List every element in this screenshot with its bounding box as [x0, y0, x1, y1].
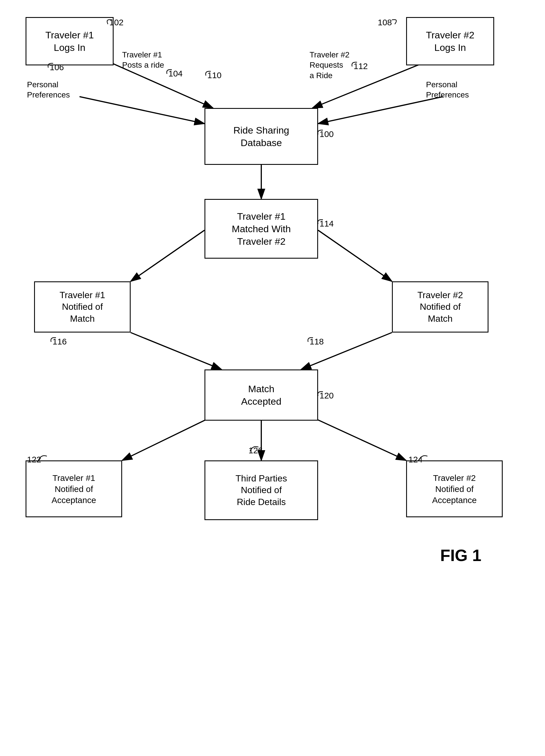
third-parties-label: Third PartiesNotified ofRide Details — [236, 473, 287, 508]
ride-sharing-db-box: Ride SharingDatabase — [205, 108, 318, 165]
ref-124-curve — [417, 452, 432, 462]
ref-102-curve — [97, 16, 114, 26]
third-parties-box: Third PartiesNotified ofRide Details — [205, 460, 318, 520]
ref-122-curve — [37, 452, 51, 462]
t1-posts-label: Traveler #1Posts a ride — [122, 50, 164, 70]
traveler2-login-box: Traveler #2Logs In — [406, 17, 494, 65]
svg-line-4 — [80, 97, 205, 124]
ref-126-curve — [249, 443, 263, 453]
traveler2-login-label: Traveler #2Logs In — [426, 29, 475, 54]
ref-100-curve — [317, 127, 331, 136]
t1-notified-accept-label: Traveler #1Notified ofAcceptance — [52, 472, 96, 506]
match-accepted-box: MatchAccepted — [205, 369, 318, 421]
fig-label: FIG 1 — [440, 546, 481, 565]
t2-notified-match-box: Traveler #2Notified ofMatch — [392, 281, 488, 333]
matched-box: Traveler #1Matched WithTraveler #2 — [205, 199, 318, 259]
svg-line-5 — [318, 97, 443, 124]
t1-notified-accept-box: Traveler #1Notified ofAcceptance — [26, 460, 122, 517]
svg-line-7 — [131, 230, 205, 281]
t1-notified-match-box: Traveler #1Notified ofMatch — [34, 281, 131, 333]
t2-notified-accept-box: Traveler #2Notified ofAcceptance — [406, 460, 503, 517]
ref-116-curve — [50, 335, 64, 343]
matched-label: Traveler #1Matched WithTraveler #2 — [232, 210, 291, 248]
ref-106-curve — [47, 61, 61, 69]
t2-notified-match-label: Traveler #2Notified ofMatch — [417, 289, 463, 325]
t1-notified-match-label: Traveler #1Notified ofMatch — [60, 289, 105, 325]
match-accepted-label: MatchAccepted — [241, 383, 281, 408]
ref-110-curve — [205, 68, 219, 77]
t2-requests-label: Traveler #2Requestsa Ride — [309, 50, 349, 81]
ref-108-curve — [389, 16, 409, 26]
diagram: Traveler #1Logs In Traveler #2Logs In Ri… — [0, 0, 545, 756]
t2-prefs-label: PersonalPreferences — [426, 80, 469, 100]
ride-sharing-db-label: Ride SharingDatabase — [234, 124, 289, 149]
traveler1-login-label: Traveler #1Logs In — [45, 29, 94, 54]
ref-114-curve — [317, 217, 331, 225]
ref-118-curve — [307, 335, 321, 343]
ref-104-curve — [166, 67, 180, 75]
ref-120-curve — [317, 389, 331, 397]
ref-112-curve — [351, 59, 365, 68]
t2-notified-accept-label: Traveler #2Notified ofAcceptance — [432, 472, 477, 506]
t1-prefs-label: PersonalPreferences — [27, 80, 70, 100]
svg-line-9 — [131, 333, 222, 369]
svg-line-8 — [318, 230, 392, 281]
